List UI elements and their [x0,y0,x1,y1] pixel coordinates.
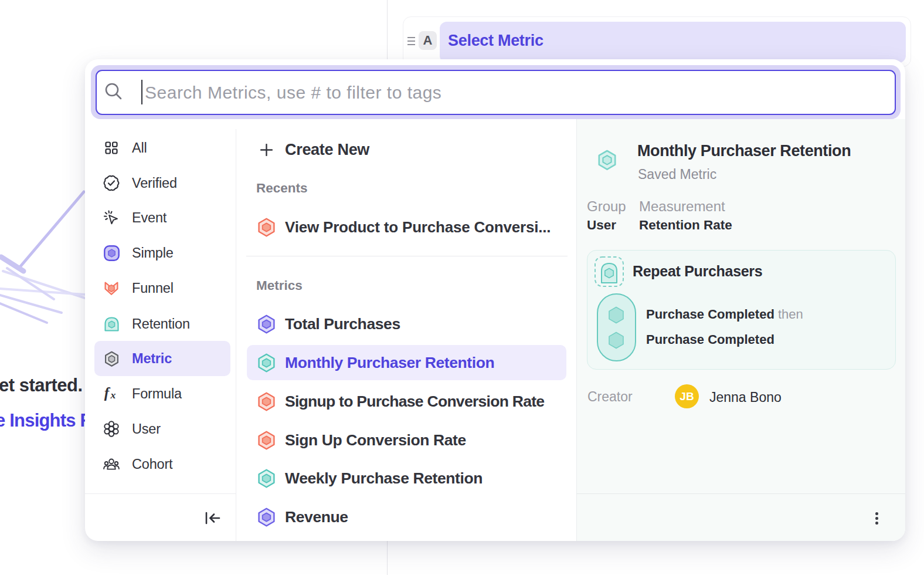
svg-text:f: f [104,385,111,401]
svg-text:x: x [110,389,116,401]
